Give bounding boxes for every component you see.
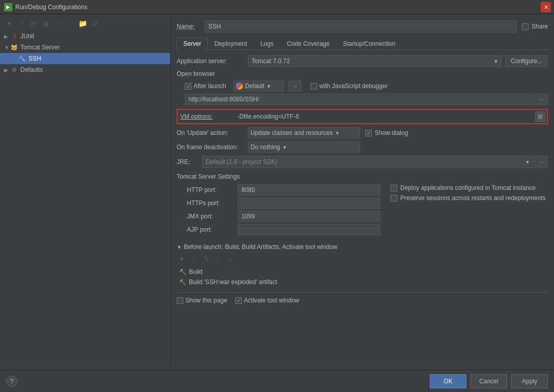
ok-button[interactable]: OK <box>430 374 466 388</box>
build-item-artifact-label: Build 'SSH:war exploded' artifact <box>189 278 277 286</box>
tab-code-coverage[interactable]: Code Coverage <box>280 38 336 49</box>
copy-config-button[interactable]: ⊞ <box>29 18 39 29</box>
vm-expand-button[interactable]: ⊞ <box>535 111 545 122</box>
move-up-button[interactable]: ↑ <box>53 18 63 29</box>
junit-collapse-arrow: ▶ <box>4 34 10 39</box>
sidebar-item-ssh[interactable]: 🔧 SSH <box>0 53 170 64</box>
browser-dropdown-arrow: ▼ <box>266 83 271 89</box>
url-row: ··· <box>185 94 548 105</box>
tab-logs[interactable]: Logs <box>254 38 280 49</box>
browser-icon <box>236 82 243 90</box>
ajp-port-row: AJP port: <box>187 224 380 235</box>
https-port-label: HTTPs port: <box>187 200 238 207</box>
js-debugger-checkbox[interactable] <box>311 83 317 90</box>
tab-deployment[interactable]: Deployment <box>208 38 254 49</box>
show-dialog-row: Show dialog <box>365 129 408 136</box>
before-launch-collapse-arrow[interactable]: ▼ <box>177 244 182 250</box>
show-dialog-label: Show dialog <box>375 129 408 136</box>
app-server-dropdown-arrow: ▼ <box>493 59 498 64</box>
jre-select[interactable]: Default (1.8 - project SDK) ▼ <box>202 156 534 168</box>
artifact-icon: 🔨 <box>179 278 187 286</box>
url-input[interactable] <box>185 94 534 105</box>
jmx-port-row: JMX port: <box>187 211 380 222</box>
on-update-select[interactable]: Update classes and resources ▼ <box>248 127 360 138</box>
before-launch-add-button[interactable]: + <box>177 254 187 264</box>
app-server-select[interactable]: Tomcat 7.0.72 ▼ <box>248 55 502 67</box>
jre-label: JRE: <box>177 158 202 165</box>
defaults-icon: ⚙ <box>10 66 18 74</box>
after-launch-checkbox[interactable] <box>185 83 191 90</box>
before-launch-edit-button[interactable]: ✎ <box>201 254 211 264</box>
preserve-sessions-row: Preserve sessions across restarts and re… <box>391 194 548 202</box>
name-row: Name: Share <box>177 20 548 33</box>
footer: ? OK Cancel Apply <box>0 370 554 392</box>
show-this-page-checkbox[interactable] <box>177 297 183 304</box>
before-launch-header: ▼ Before launch: Build, Build Artifacts,… <box>177 243 548 250</box>
ssh-icon: 🔧 <box>18 54 26 63</box>
help-button[interactable]: ? <box>6 376 17 387</box>
before-launch-down-button[interactable]: ↓ <box>226 254 236 264</box>
jre-row: JRE: Default (1.8 - project SDK) ▼ ··· <box>177 156 548 168</box>
app-server-value: Tomcat 7.0.72 <box>252 58 290 65</box>
tab-server[interactable]: Server <box>177 38 208 50</box>
activate-tool-window-checkbox[interactable] <box>235 297 242 304</box>
show-dialog-checkbox[interactable] <box>365 130 372 136</box>
footer-left: ? <box>6 376 17 387</box>
ports-section: HTTP port: HTTPs port: JMX port: AJP por… <box>177 184 380 237</box>
before-launch-remove-button[interactable]: − <box>189 254 199 264</box>
apply-button[interactable]: Apply <box>511 374 548 388</box>
sidebar-item-defaults[interactable]: ▶ ⚙ Defaults <box>0 64 170 75</box>
ajp-port-input[interactable] <box>238 224 380 235</box>
on-frame-deact-select[interactable]: Do nothing ▼ <box>248 142 360 153</box>
vm-options-input[interactable] <box>235 111 535 122</box>
bottom-options: Show this page Activate tool window <box>177 292 548 304</box>
add-config-button[interactable]: + <box>4 18 14 29</box>
before-launch-up-button[interactable]: ↑ <box>213 254 224 264</box>
preserve-sessions-label: Preserve sessions across restarts and re… <box>400 194 545 202</box>
show-this-page-label: Show this page <box>185 297 227 304</box>
jmx-port-input[interactable] <box>238 211 380 222</box>
https-port-input[interactable] <box>238 198 380 209</box>
app-server-row: Application server: Tomcat 7.0.72 ▼ Conf… <box>177 55 548 67</box>
tab-startup-connection[interactable]: Startup/Connection <box>336 38 402 49</box>
build-item-build-label: Build <box>189 268 203 275</box>
share-checkbox[interactable] <box>522 23 529 30</box>
sort-button[interactable]: ⇄ <box>90 18 100 29</box>
browser-label: Default <box>245 82 264 90</box>
cancel-button[interactable]: Cancel <box>470 374 507 388</box>
build-icon: 🔨 <box>179 268 187 276</box>
jmx-port-label: JMX port: <box>187 213 238 220</box>
show-this-page-checkbox-label[interactable]: Show this page <box>177 297 227 304</box>
js-debugger-checkbox-label[interactable]: with JavaScript debugger <box>311 82 388 90</box>
url-more-button[interactable]: ··· <box>535 94 548 105</box>
name-label: Name: <box>177 23 205 30</box>
name-input[interactable] <box>205 20 517 33</box>
sidebar-item-defaults-label: Defaults <box>20 66 43 73</box>
folder-button[interactable]: 📁 <box>77 18 88 29</box>
jre-more-button[interactable]: ··· <box>535 156 548 168</box>
window-title: Run/Debug Configurations <box>15 4 87 11</box>
deploy-checkbox[interactable] <box>391 185 397 191</box>
title-bar: ▶ Run/Debug Configurations ✕ <box>0 0 554 14</box>
save-config-button[interactable]: ◉ <box>41 18 51 29</box>
sidebar-item-tomcat[interactable]: ▼ 🐱 Tomcat Server <box>0 42 170 53</box>
close-button[interactable]: ✕ <box>541 2 551 12</box>
tabs-bar: Server Deployment Logs Code Coverage Sta… <box>177 38 548 50</box>
share-label: Share <box>532 23 548 30</box>
http-port-label: HTTP port: <box>187 186 238 193</box>
sidebar-item-junit[interactable]: ▶ J JUnit <box>0 31 170 42</box>
js-debugger-label: with JavaScript debugger <box>319 82 388 90</box>
remove-config-button[interactable]: − <box>16 18 26 29</box>
activate-tool-window-checkbox-label[interactable]: Activate tool window <box>235 297 299 304</box>
after-launch-checkbox-label[interactable]: After launch <box>185 82 226 90</box>
http-port-input[interactable] <box>238 184 380 195</box>
activate-tool-window-label: Activate tool window <box>244 297 299 304</box>
move-down-button[interactable]: ↓ <box>65 18 75 29</box>
https-port-row: HTTPs port: <box>187 198 380 209</box>
configure-button[interactable]: Configure... <box>505 55 548 67</box>
ajp-port-label: AJP port: <box>187 226 238 233</box>
jre-dropdown-arrow: ▼ <box>525 159 530 165</box>
preserve-sessions-checkbox[interactable] <box>391 195 397 202</box>
browser-select[interactable]: Default ▼ <box>233 80 284 92</box>
browser-more-button[interactable]: ··· <box>288 80 301 92</box>
